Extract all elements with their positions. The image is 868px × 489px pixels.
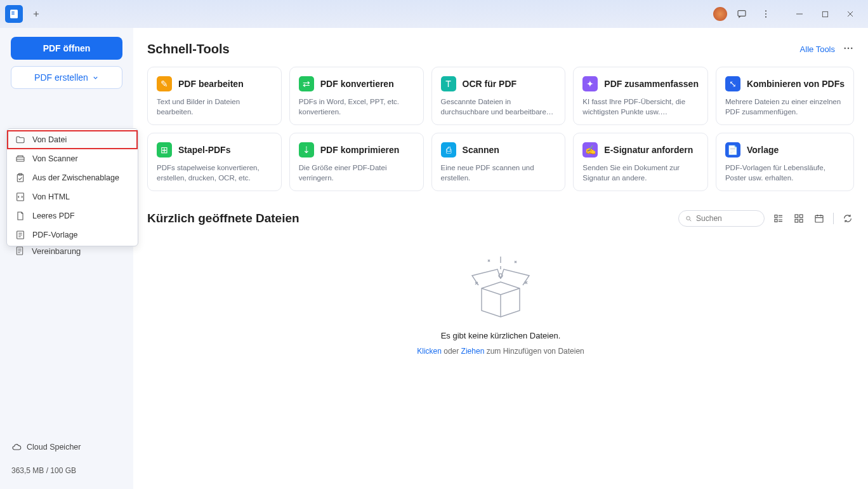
create-pdf-button[interactable]: PDF erstellen [11,66,122,89]
new-tab-button[interactable] [28,6,44,22]
scanner-icon [15,153,26,164]
tool-icon: ⇄ [299,76,314,91]
dropdown-item-label: Von Datei [32,135,67,144]
svg-rect-2 [11,13,15,15]
chat-icon[interactable] [732,4,751,23]
search-icon [685,215,692,223]
view-calendar-icon[interactable] [813,212,825,225]
cloud-storage-label: Cloud Speicher [27,443,81,452]
tool-card[interactable]: ✎ PDF bearbeiten Text und Bilder in Date… [147,67,282,125]
tool-card[interactable]: ⤡ Kombinieren von PDFs Mehrere Dateien z… [716,67,854,125]
svg-rect-25 [815,216,823,223]
view-list-icon[interactable] [772,212,785,225]
storage-quota: 363,5 MB / 100 GB [11,466,122,475]
tool-title: Kombinieren von PDFs [747,79,845,89]
dropdown-item-from-scanner[interactable]: Von Scanner [7,149,138,168]
template-icon [15,229,26,241]
tool-card[interactable]: ⎙ Scannen Eine neue PDF scannen und erst… [431,133,566,191]
dropdown-item-from-html[interactable]: Von HTML [7,187,138,206]
tool-icon: ⇣ [299,142,314,157]
tool-icon: ✦ [582,76,598,91]
tool-description: KI fasst Ihre PDF-Übersicht, die wichtig… [582,97,699,117]
view-grid-icon[interactable] [792,212,805,225]
tool-title: PDF bearbeiten [178,79,244,89]
svg-rect-1 [11,11,15,13]
tool-description: PDFs in Word, Excel, PPT, etc. konvertie… [299,97,414,117]
titlebar [0,0,868,28]
tool-icon: ✍ [582,142,598,157]
svg-rect-7 [822,11,827,17]
dropdown-item-label: PDF-Vorlage [32,231,78,239]
svg-rect-22 [799,215,803,218]
tool-description: Die Größe einer PDF-Datei verringern. [299,163,414,183]
more-horizontal-icon[interactable] [843,43,854,57]
tool-card[interactable]: ⇄ PDF konvertieren PDFs in Word, Excel, … [289,67,424,125]
svg-rect-21 [795,215,798,218]
svg-point-15 [844,47,846,49]
tool-title: Stapel-PDFs [178,145,230,155]
window-close-button[interactable] [838,4,863,23]
quick-tools-grid: ✎ PDF bearbeiten Text und Bilder in Date… [147,67,854,191]
tool-icon: ✎ [157,76,172,91]
tool-card[interactable]: ⊞ Stapel-PDFs PDFs stapelweise konvertie… [147,133,282,191]
folder-icon [15,134,26,145]
more-vertical-icon[interactable] [756,4,775,23]
empty-subtitle: Klicken oder Ziehen zum Hinzufügen von D… [417,347,584,356]
open-pdf-button[interactable]: PDF öffnen [11,37,122,60]
all-tools-link[interactable]: Alle Tools [800,44,835,54]
tool-icon: ⎙ [441,142,456,157]
create-pdf-dropdown: Von Datei Von Scanner Aus der Zwischenab… [6,128,138,246]
empty-state: Es gibt keine kürzlichen Dateien. Klicke… [147,232,854,489]
tool-icon: 📄 [725,142,740,157]
main-content: Schnell-Tools Alle Tools ✎ PDF bearbeite… [133,28,868,489]
tool-title: PDF zusammenfassen [604,79,699,89]
tool-icon: ⊞ [157,142,172,157]
dropdown-item-label: Von Scanner [32,154,78,163]
svg-rect-3 [738,11,746,17]
search-box[interactable] [678,210,765,227]
tool-icon: ⤡ [725,76,740,91]
tool-title: Vorlage [747,145,779,155]
svg-point-5 [765,13,766,15]
svg-point-16 [848,47,850,49]
dropdown-item-blank-pdf[interactable]: Leeres PDF [7,206,138,225]
quick-tools-title: Schnell-Tools [147,42,230,57]
svg-point-18 [687,217,690,220]
dropdown-item-label: Aus der Zwischenablage [32,173,119,182]
divider [833,213,834,224]
tool-description: Text und Bilder in Dateien bearbeiten. [157,97,272,117]
document-icon [14,245,25,257]
empty-click-link[interactable]: Klicken [417,347,442,356]
search-input[interactable] [696,214,758,223]
tool-card[interactable]: 📄 Vorlage PDF-Vorlagen für Lebensläufe, … [716,133,854,191]
empty-box-icon [463,253,539,323]
window-maximize-button[interactable] [812,4,838,23]
sidebar: PDF öffnen PDF erstellen Von Datei Von S… [0,28,133,489]
window-minimize-button[interactable] [787,4,812,23]
cloud-storage-link[interactable]: Cloud Speicher [11,442,122,452]
tool-title: E-Signatur anfordern [604,145,693,155]
empty-drag-link[interactable]: Ziehen [461,347,485,356]
tool-title: PDF komprimieren [320,145,399,155]
sidebar-item-label: Vereinbarung [32,246,81,256]
dropdown-item-from-file[interactable]: Von Datei [7,130,138,149]
refresh-icon[interactable] [841,212,854,225]
svg-point-6 [765,17,766,18]
svg-rect-24 [799,220,803,223]
dropdown-item-label: Von HTML [32,192,70,201]
tool-card[interactable]: ✦ PDF zusammenfassen KI fasst Ihre PDF-Ü… [573,67,708,125]
svg-rect-23 [795,220,798,223]
user-avatar[interactable] [713,7,727,21]
svg-point-17 [851,47,853,49]
create-pdf-label: PDF erstellen [34,72,88,83]
tool-card[interactable]: T OCR für PDF Gescannte Dateien in durch… [431,67,566,125]
chevron-down-icon [92,74,99,81]
blank-page-icon [15,210,26,222]
tool-card[interactable]: ✍ E-Signatur anfordern Senden Sie ein Do… [573,133,708,191]
dropdown-item-pdf-template[interactable]: PDF-Vorlage [7,225,138,245]
tool-title: OCR für PDF [463,79,517,89]
tool-card[interactable]: ⇣ PDF komprimieren Die Größe einer PDF-D… [289,133,424,191]
tool-icon: T [441,76,456,91]
dropdown-item-from-clipboard[interactable]: Aus der Zwischenablage [7,168,138,187]
html-icon [15,191,26,203]
